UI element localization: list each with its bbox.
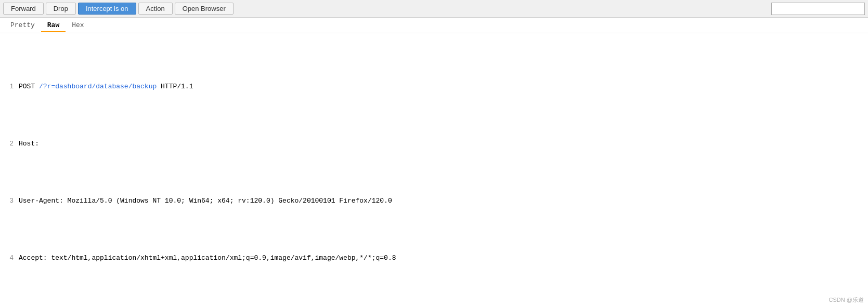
line-num-2: 2 — [2, 138, 14, 150]
search-input[interactable] — [771, 3, 865, 15]
line-4: 4 Accept: text/html,application/xhtml+xm… — [0, 252, 868, 264]
line-1: 1 POST /?r=dashboard/database/backup HTT… — [0, 81, 868, 92]
line-content-4: Accept: text/html,application/xhtml+xml,… — [19, 252, 866, 264]
watermark: CSDN @乐道 — [829, 296, 864, 304]
tab-pretty[interactable]: Pretty — [4, 19, 41, 32]
line-num-4: 4 — [2, 252, 14, 264]
line-num-1: 1 — [2, 81, 14, 92]
line-num-3: 3 — [2, 195, 14, 207]
tab-raw[interactable]: Raw — [41, 19, 66, 32]
line-content-3: User-Agent: Mozilla/5.0 (Windows NT 10.0… — [19, 195, 866, 207]
line-content-1: POST /?r=dashboard/database/backup HTTP/… — [19, 81, 866, 92]
toolbar: Forward Drop Intercept is on Action Open… — [0, 0, 868, 18]
tab-hex[interactable]: Hex — [66, 19, 90, 32]
intercept-button[interactable]: Intercept is on — [78, 3, 136, 15]
forward-button[interactable]: Forward — [3, 3, 44, 15]
open-browser-button[interactable]: Open Browser — [175, 3, 234, 15]
request-content: 1 POST /?r=dashboard/database/backup HTT… — [0, 33, 868, 306]
line-2: 2 Host: — [0, 138, 868, 150]
line-3: 3 User-Agent: Mozilla/5.0 (Windows NT 10… — [0, 195, 868, 207]
line-content-2: Host: — [19, 138, 866, 150]
tab-bar: Pretty Raw Hex — [0, 18, 868, 33]
drop-button[interactable]: Drop — [46, 3, 76, 15]
action-button[interactable]: Action — [138, 3, 173, 15]
